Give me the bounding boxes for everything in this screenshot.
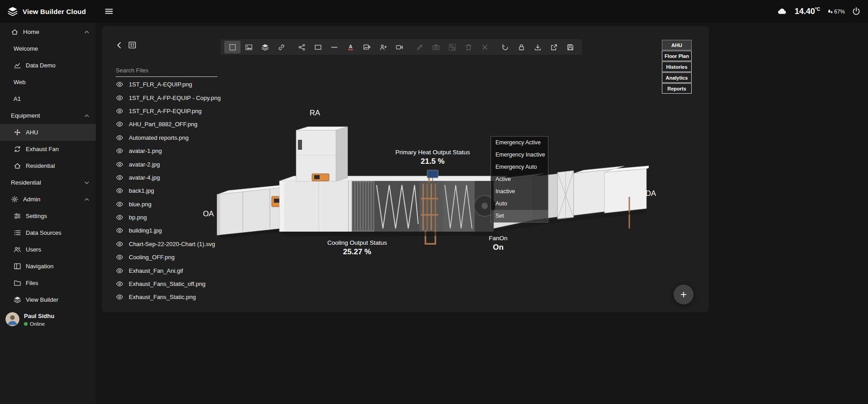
sidebar-item-data-demo[interactable]: Data Demo	[0, 57, 96, 74]
metric-fan-status: FanOn On	[480, 235, 516, 252]
context-menu-item[interactable]: Auto	[491, 198, 548, 210]
sidebar-item-view-builder[interactable]: View Builder	[0, 291, 96, 308]
camera-button[interactable]	[428, 41, 444, 53]
edit-button[interactable]	[411, 41, 428, 53]
open-external-button[interactable]	[546, 41, 562, 53]
lock-button[interactable]	[513, 41, 529, 53]
file-name: Exhaust_Fans_Static.png	[129, 294, 196, 300]
file-row[interactable]: avatar-4.jpg	[116, 171, 224, 184]
visibility-eye-icon[interactable]	[116, 200, 123, 208]
context-menu-item[interactable]: Emergency Active	[491, 137, 548, 149]
sidebar-item-web[interactable]: Web	[0, 74, 96, 90]
sidebar-item-residential[interactable]: Residential	[0, 157, 96, 174]
tab-ahu[interactable]: AHU	[662, 40, 692, 50]
visibility-eye-icon[interactable]	[116, 253, 123, 261]
save-icon	[566, 43, 574, 51]
visibility-eye-icon[interactable]	[116, 81, 123, 88]
context-menu-item[interactable]: Emergency Auto	[491, 161, 548, 173]
visibility-eye-icon[interactable]	[116, 174, 123, 181]
user-profile[interactable]: Paul Sidhu Online	[0, 312, 96, 327]
sliders-icon	[14, 212, 21, 220]
sidebar-item-ahu[interactable]: AHU	[0, 124, 96, 141]
download-button[interactable]	[529, 41, 546, 53]
tab-analytics[interactable]: Analytics	[662, 72, 692, 83]
visibility-eye-icon[interactable]	[116, 161, 123, 168]
delete-button[interactable]	[460, 41, 476, 53]
file-row[interactable]: AHU_Part_8882_OFF.png	[116, 118, 224, 131]
file-row[interactable]: avatar-2.jpg	[116, 157, 224, 171]
file-row[interactable]: back1.jpg	[116, 184, 224, 197]
visibility-eye-icon[interactable]	[116, 147, 123, 155]
back-button[interactable]	[115, 41, 123, 49]
temperature-readout: 14.40°C	[795, 7, 820, 16]
file-row[interactable]: Exhaust_Fan_Ani.gif	[116, 264, 224, 277]
select-area-button[interactable]	[224, 41, 241, 53]
visibility-eye-icon[interactable]	[116, 293, 123, 301]
file-row[interactable]: Cooling_OFF.png	[116, 251, 224, 264]
sidebar-item-settings[interactable]: Settings	[0, 208, 96, 224]
context-menu-item[interactable]: Emergency Inactive	[491, 149, 548, 161]
tab-reports[interactable]: Reports	[662, 83, 692, 94]
context-menu-item[interactable]: Set	[491, 210, 548, 222]
sidebar-item-users[interactable]: Users	[0, 241, 96, 258]
visibility-eye-icon[interactable]	[116, 120, 123, 128]
search-files-input[interactable]	[116, 64, 217, 77]
add-image-button[interactable]	[359, 41, 375, 53]
file-panel-toggle-button[interactable]	[128, 41, 137, 49]
rectangle-button[interactable]	[310, 41, 326, 53]
file-row[interactable]: 1ST_FLR_A-FP-EQUIP - Copy.png	[116, 91, 224, 104]
canvas-toolbar: A	[221, 39, 582, 55]
file-row[interactable]: building1.jpg	[116, 224, 224, 237]
file-row[interactable]: 1ST_FLR_A-EQUIP.png	[116, 78, 224, 91]
visibility-eye-icon[interactable]	[116, 280, 123, 288]
visibility-eye-icon[interactable]	[116, 214, 123, 221]
file-row[interactable]: avatar-1.png	[116, 144, 224, 157]
file-row[interactable]: Automated reports.png	[116, 131, 224, 144]
download-icon	[534, 43, 542, 51]
sidebar-item-exhaust-fan[interactable]: Exhaust Fan	[0, 141, 96, 157]
sidebar-item-admin[interactable]: Admin	[0, 191, 96, 208]
tab-floor-plan[interactable]: Floor Plan	[662, 51, 692, 61]
visibility-eye-icon[interactable]	[116, 187, 123, 195]
camera-icon	[432, 43, 440, 51]
file-row[interactable]: 1ST_FLR_A-FP-EQUIP.png	[116, 105, 224, 118]
sidebar-item-equipment[interactable]: Equipment	[0, 107, 96, 124]
file-row[interactable]: Exhaust_Fans_Static_off.png	[116, 277, 224, 290]
refresh-button[interactable]	[497, 41, 513, 53]
sidebar-item-a1[interactable]: A1	[0, 90, 96, 107]
tab-histories[interactable]: Histories	[662, 62, 692, 72]
visibility-eye-icon[interactable]	[116, 240, 123, 248]
file-row[interactable]: Exhaust_Fans_Static.png	[116, 290, 224, 304]
link-button[interactable]	[273, 41, 289, 53]
group-objects-button[interactable]	[444, 41, 460, 53]
file-name: Automated reports.png	[129, 134, 189, 141]
text-color-button[interactable]: A	[342, 41, 359, 53]
sidebar-item-welcome[interactable]: Welcome	[0, 40, 96, 57]
save-button[interactable]	[562, 41, 578, 53]
visibility-eye-icon[interactable]	[116, 94, 123, 102]
image-button[interactable]	[241, 41, 257, 53]
context-menu-item[interactable]: Active	[491, 173, 548, 185]
sidebar-item-home[interactable]: Home	[0, 24, 96, 40]
sidebar-item-data-sources[interactable]: Data Sources	[0, 224, 96, 241]
visibility-eye-icon[interactable]	[116, 267, 123, 275]
visibility-eye-icon[interactable]	[116, 134, 123, 142]
file-row[interactable]: Chart-Sep-22-2020-Chart (1).svg	[116, 238, 224, 251]
visibility-eye-icon[interactable]	[116, 107, 123, 115]
layers-button[interactable]	[257, 41, 273, 53]
file-row[interactable]: blue.png	[116, 198, 224, 211]
context-menu-item[interactable]: Inactive	[491, 185, 548, 198]
video-button[interactable]	[391, 41, 407, 53]
menu-toggle-button[interactable]	[104, 7, 113, 16]
close-button[interactable]	[476, 41, 493, 53]
visibility-eye-icon[interactable]	[116, 227, 123, 234]
power-button[interactable]	[852, 7, 861, 16]
sidebar-item-navigation[interactable]: Navigation	[0, 258, 96, 275]
add-button[interactable]: +	[674, 285, 693, 304]
file-list: 1ST_FLR_A-EQUIP.png 1ST_FLR_A-FP-EQUIP -…	[116, 78, 224, 304]
add-person-button[interactable]	[375, 41, 391, 53]
sidebar-item-residential-group[interactable]: Residential	[0, 174, 96, 191]
sidebar-item-files[interactable]: Files	[0, 275, 96, 291]
line-button[interactable]	[326, 41, 342, 53]
share-button[interactable]	[293, 41, 310, 53]
